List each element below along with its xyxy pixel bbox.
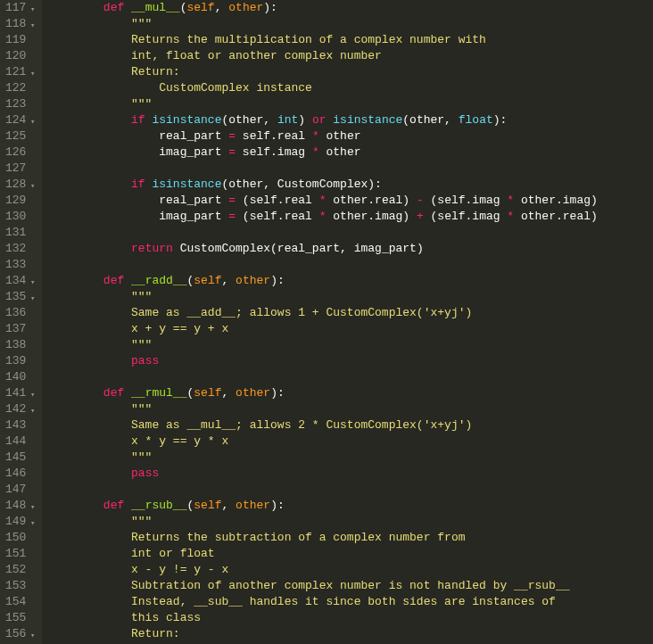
token: """	[47, 97, 152, 111]
code-line[interactable]: """	[47, 514, 653, 530]
code-line[interactable]: this class	[47, 610, 653, 626]
code-line[interactable]: Subtration of another complex number is …	[47, 578, 653, 594]
code-line[interactable]: """	[47, 337, 653, 353]
code-line[interactable]: Returns the subtraction of a complex num…	[47, 530, 653, 546]
token: self.imag	[243, 145, 312, 159]
token: isinstance	[152, 113, 221, 127]
code-line[interactable]: """	[47, 401, 653, 417]
token: =	[228, 145, 243, 159]
code-line[interactable]: Same as __mul__; allows 2 * CustomComple…	[47, 417, 653, 433]
token: Return:	[47, 65, 179, 78]
token: x + y == y + x	[47, 322, 228, 335]
token: Instead, __sub__ handles it since both s…	[47, 595, 556, 608]
code-line[interactable]	[47, 257, 653, 273]
token: int	[277, 113, 298, 127]
line-number: 140	[5, 369, 33, 385]
token: *	[319, 194, 334, 207]
code-line[interactable]: return CustomComplex(real_part, imag_par…	[47, 241, 653, 257]
code-line[interactable]: Return:	[47, 626, 653, 642]
code-line[interactable]: """	[47, 450, 653, 466]
code-line[interactable]	[47, 161, 653, 177]
line-number: 132	[5, 241, 33, 257]
code-line[interactable]: x + y == y + x	[47, 321, 653, 337]
token: if	[131, 178, 152, 191]
code-editor[interactable]: 117▾118▾119120121▾122123124▾125126127128…	[0, 0, 653, 644]
token: self	[194, 499, 221, 512]
code-line[interactable]: x * y == y * x	[47, 433, 653, 450]
token: other	[326, 129, 360, 143]
code-line[interactable]: def __mul__(self, other):	[47, 0, 653, 16]
token: )	[298, 113, 312, 127]
code-line[interactable]: int, float or another complex number	[47, 48, 653, 64]
code-line[interactable]: Instead, __sub__ handles it since both s…	[47, 594, 653, 610]
code-line[interactable]	[47, 482, 653, 498]
code-line[interactable]: int or float	[47, 546, 653, 562]
code-line[interactable]: if isinstance(other, int) or isinstance(…	[47, 112, 653, 128]
line-number: 129	[5, 193, 33, 209]
line-number: 122	[5, 80, 33, 96]
token: self	[194, 386, 221, 400]
token: self	[194, 274, 221, 287]
token: ,	[222, 274, 236, 287]
token: ):	[263, 1, 277, 14]
token: other	[326, 145, 360, 159]
token: (self.real	[243, 210, 319, 223]
line-number: 127	[5, 161, 33, 177]
code-line[interactable]: pass	[47, 353, 653, 369]
code-line[interactable]: def __radd__(self, other):	[47, 273, 653, 289]
line-number: 142▾	[5, 401, 33, 417]
token: =	[228, 194, 243, 207]
code-area[interactable]: def __mul__(self, other): """ Returns th…	[42, 0, 653, 644]
code-line[interactable]: if isinstance(other, CustomComplex):	[47, 177, 653, 193]
code-line[interactable]: real_part = (self.real * other.real) - (…	[47, 193, 653, 209]
fold-icon[interactable]: ▾	[30, 628, 35, 644]
token: *	[319, 210, 334, 223]
code-line[interactable]: Return:	[47, 64, 653, 80]
code-line[interactable]: """	[47, 16, 653, 32]
token: """	[47, 515, 152, 528]
token: __rmul__	[131, 386, 186, 400]
token: *	[507, 210, 521, 223]
code-line[interactable]: """	[47, 96, 653, 112]
code-line[interactable]: def __rmul__(self, other):	[47, 385, 653, 401]
line-number: 128▾	[5, 177, 33, 193]
token: (other,	[402, 113, 458, 127]
token: self.real	[243, 129, 312, 143]
token	[47, 1, 103, 14]
token: isinstance	[152, 178, 221, 191]
line-number: 121▾	[5, 64, 33, 80]
code-line[interactable]: imag_part = (self.real * other.imag) + (…	[47, 209, 653, 225]
token: ):	[270, 499, 285, 512]
token: Return:	[47, 627, 179, 640]
line-number: 123	[5, 96, 33, 112]
line-number: 154	[5, 594, 33, 610]
token: (other,	[221, 113, 277, 127]
token: other.real)	[333, 194, 417, 207]
code-line[interactable]	[47, 369, 653, 385]
code-line[interactable]: imag_part = self.imag * other	[47, 144, 653, 161]
token: this class	[47, 611, 201, 624]
line-number: 151	[5, 546, 33, 562]
code-line[interactable]: """	[47, 289, 653, 305]
token: +	[417, 210, 431, 223]
line-number: 147	[5, 482, 33, 498]
token: Returns the subtraction of a complex num…	[47, 531, 465, 544]
code-line[interactable]: Returns the multiplication of a complex …	[47, 32, 653, 48]
code-line[interactable]: def __rsub__(self, other):	[47, 498, 653, 514]
token	[47, 242, 131, 255]
token: imag_part	[47, 210, 228, 223]
code-line[interactable]: pass	[47, 466, 653, 482]
token	[47, 274, 103, 287]
token: ,	[222, 386, 236, 400]
token: *	[507, 194, 521, 207]
line-number: 120	[5, 48, 33, 64]
code-line[interactable]: real_part = self.real * other	[47, 128, 653, 144]
code-line[interactable]: CustomComplex instance	[47, 80, 653, 96]
code-line[interactable]	[47, 225, 653, 241]
code-line[interactable]: x - y != y - x	[47, 562, 653, 578]
code-line[interactable]: Same as __add__; allows 1 + CustomComple…	[47, 305, 653, 321]
token: (self.imag	[431, 210, 508, 223]
token: pass	[131, 354, 159, 367]
line-number: 143	[5, 417, 33, 433]
token: ,	[222, 499, 236, 512]
